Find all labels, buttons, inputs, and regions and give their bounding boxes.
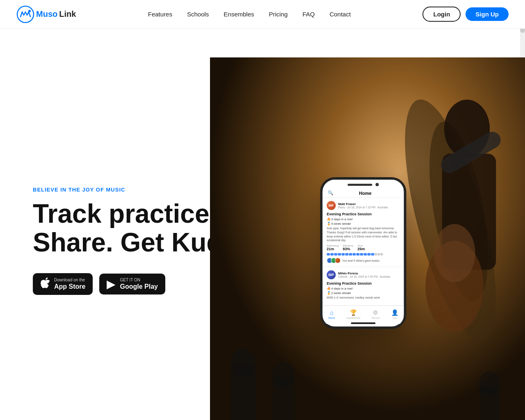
logo-text-muso: Muso — [36, 9, 57, 19]
kudos-avatar-c — [335, 258, 341, 263]
navbar: MusoLink Features Schools Ensembles Pric… — [0, 0, 525, 29]
feed-user-info-2: Mihin Perera Clarinet · Jul 18, 2024 at … — [338, 272, 400, 278]
phone-notch-dot — [376, 183, 379, 186]
phone-search-icon: 🔍 — [328, 190, 333, 196]
feed-stat-time: Time 25m — [357, 244, 365, 251]
phone-record-icon: ⚙ — [373, 309, 378, 316]
phone-nav-home-label: Home — [328, 317, 335, 319]
phone-nav-record[interactable]: ⚙ Record — [372, 309, 379, 319]
phone-mockup: 🔍 Home • MF Matt Fraser Piano · Jul 18, … — [320, 177, 406, 329]
feed-kudos-row-1: You and 5 others gave kudos — [327, 258, 400, 263]
feed-user-row-1: MF Matt Fraser Piano · Jul 18, 2024 at 7… — [327, 201, 400, 210]
nav-item-schools[interactable]: Schools — [187, 11, 209, 18]
phone-nav-leaderboard[interactable]: 🏆 Leaderboard — [346, 309, 360, 319]
feed-title-2: Evening Practice Session — [327, 281, 400, 285]
feed-streak-2a: 🔥 4 days in a row! — [327, 287, 400, 290]
phone-app-header: 🔍 Home • — [323, 188, 404, 198]
phone-profile-icon: 👤 — [391, 309, 398, 316]
hero-headline-line1: Track practice. — [33, 199, 217, 228]
phone-home-icon: ⌂ — [330, 309, 333, 316]
feed-notes-1: Solo pipe, hopefully will get band bag b… — [327, 226, 400, 242]
login-button[interactable]: Login — [422, 7, 461, 22]
feed-avatar-2: MP — [327, 270, 336, 279]
phone-bottom-nav: ⌂ Home 🏆 Leaderboard ⚙ Record 👤 You — [323, 306, 404, 321]
svg-point-1 — [28, 10, 31, 12]
feed-progress-bar-1 — [327, 253, 400, 256]
hero-image-area: 🔍 Home • MF Matt Fraser Piano · Jul 18, … — [210, 57, 525, 420]
nav-links: Features Schools Ensembles Pricing FAQ C… — [148, 11, 351, 18]
feed-stat-efficiency: Efficiency 83% — [343, 244, 354, 251]
feed-avatar-1: MF — [327, 201, 336, 210]
logo-text-link: Link — [59, 9, 76, 19]
kudos-avatars-1 — [327, 258, 341, 263]
feed-user-name-2: Mihin Perera — [338, 272, 400, 275]
logo-link[interactable]: MusoLink — [16, 5, 76, 23]
phone-home-indicator — [351, 322, 376, 324]
feed-user-info-1: Matt Fraser Piano · Jul 18, 2024 at 7:15… — [338, 202, 400, 209]
phone-screen: 🔍 Home • MF Matt Fraser Piano · Jul 18, … — [323, 188, 404, 324]
phone-nav-home[interactable]: ⌂ Home — [328, 309, 335, 319]
phone-trophy-icon: 🏆 — [350, 309, 357, 316]
svg-point-0 — [17, 6, 34, 23]
feed-user-name-1: Matt Fraser — [338, 202, 400, 206]
phone-notch-bar — [348, 184, 372, 186]
apple-icon — [40, 277, 50, 291]
feed-notes-2: MSB 1+2 memorised, medley needs work — [327, 296, 400, 300]
feed-stats-1: Performing 21m Efficiency 83% Time 25m — [327, 244, 400, 251]
feed-post-1: MF Matt Fraser Piano · Jul 18, 2024 at 7… — [323, 198, 404, 267]
nav-item-ensembles[interactable]: Ensembles — [224, 11, 254, 18]
svg-point-14 — [272, 362, 295, 389]
app-store-sub-label: Download on the — [54, 278, 85, 283]
svg-point-12 — [231, 348, 256, 377]
google-play-main-label: Google Play — [120, 283, 158, 290]
feed-stat-performing: Performing 21m — [327, 244, 339, 251]
feed-user-meta-2: Clarinet · Jul 18, 2024 at 7:09 PM · Aus… — [338, 275, 400, 278]
feed-user-row-2: MP Mihin Perera Clarinet · Jul 18, 2024 … — [327, 270, 400, 279]
google-play-icon: ▶ — [107, 278, 116, 290]
phone-nav-record-label: Record — [372, 317, 379, 319]
svg-point-16 — [479, 371, 501, 396]
feed-streak-1b: 🏅 9 week streak! — [327, 222, 400, 226]
phone-notch — [323, 180, 404, 188]
phone-home-title: Home — [333, 191, 397, 196]
feed-title-1: Evening Practice Session — [327, 212, 400, 216]
nav-item-contact[interactable]: Contact — [329, 11, 351, 18]
feed-post-2: MP Mihin Perera Clarinet · Jul 18, 2024 … — [323, 267, 404, 306]
nav-actions: Login Sign Up — [422, 7, 509, 22]
feed-streak-1a: 🔥 3 days in a row! — [327, 217, 400, 221]
app-store-button[interactable]: Download on the App Store — [33, 273, 93, 295]
nav-item-pricing[interactable]: Pricing — [269, 11, 288, 18]
feed-user-meta-1: Piano · Jul 18, 2024 at 7:15 PM · Austra… — [338, 206, 400, 209]
nav-item-faq[interactable]: FAQ — [302, 11, 315, 18]
svg-point-10 — [434, 224, 475, 282]
google-play-sub-label: GET IT ON — [120, 278, 158, 283]
phone-nav-profile[interactable]: 👤 You — [391, 309, 398, 319]
nav-item-features[interactable]: Features — [148, 11, 172, 18]
phone-nav-leaderboard-label: Leaderboard — [346, 317, 360, 319]
feed-streak-2b: 🏅 2 week streak! — [327, 291, 400, 295]
signup-button[interactable]: Sign Up — [466, 7, 509, 21]
google-play-button[interactable]: ▶ GET IT ON Google Play — [99, 274, 165, 294]
kudos-text-1: You and 5 others gave kudos — [342, 259, 379, 262]
app-store-main-label: App Store — [54, 283, 85, 290]
logo-icon — [16, 5, 34, 23]
phone-nav-profile-label: You — [393, 317, 397, 319]
hero-section: 🔍 Home • MF Matt Fraser Piano · Jul 18, … — [0, 29, 525, 420]
